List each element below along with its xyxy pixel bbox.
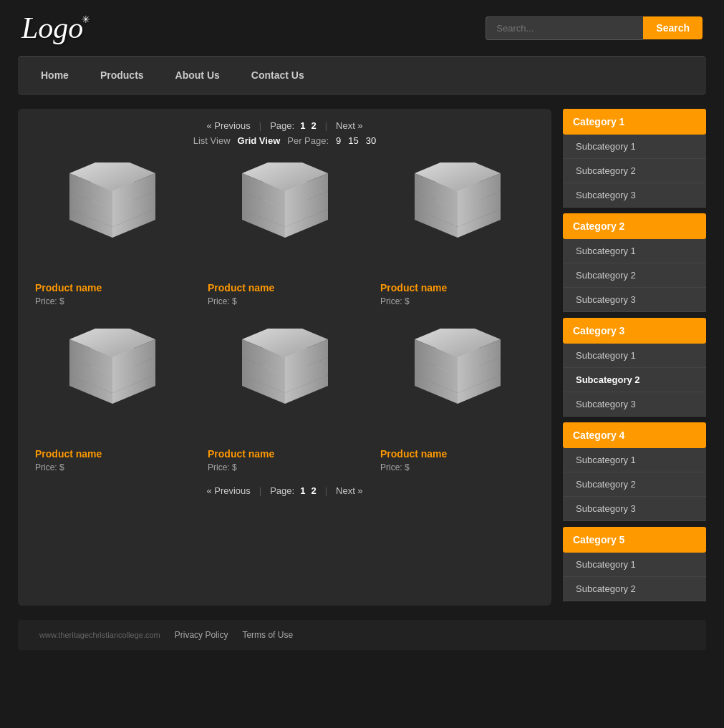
per-page-label: Per Page: (287, 135, 329, 146)
cat5-sub1[interactable]: Subcategory 1 (563, 553, 706, 577)
product-name-1: Product name (35, 282, 102, 293)
category-4-header[interactable]: Category 4 (563, 422, 706, 448)
footer: www.theritagechristiancollege.com Privac… (18, 620, 706, 650)
page-2-bottom[interactable]: 2 (311, 485, 316, 496)
search-input[interactable] (486, 16, 643, 40)
cat2-sub3[interactable]: Subcategory 3 (563, 288, 706, 312)
next-button-bottom[interactable]: Next » (336, 485, 363, 496)
product-card-1[interactable]: Product name Price: $ (29, 153, 195, 312)
prev-button-top[interactable]: « Previous (206, 120, 250, 131)
view-options: List View Grid View Per Page: 9 15 30 (193, 135, 377, 146)
cat1-sub1[interactable]: Subcategory 1 (563, 135, 706, 159)
category-1-header[interactable]: Category 1 (563, 109, 706, 135)
product-name-6: Product name (380, 448, 447, 460)
product-card-4[interactable]: Product name Price: $ (29, 319, 195, 478)
product-name-2: Product name (208, 282, 274, 293)
category-group-2: Category 2 Subcategory 1 Subcategory 2 S… (563, 213, 706, 312)
product-grid: Product name Price: $ (29, 153, 540, 478)
sidebar: Category 1 Subcategory 1 Subcategory 2 S… (563, 109, 706, 606)
list-view-button[interactable]: List View (193, 135, 231, 146)
logo-star: ✳ (82, 14, 90, 26)
category-5-header[interactable]: Category 5 (563, 527, 706, 553)
logo-text: Logo (21, 11, 83, 44)
search-button[interactable]: Search (643, 16, 703, 39)
nav-about[interactable]: About Us (160, 57, 236, 94)
product-price-3: Price: $ (380, 296, 410, 306)
footer-watermark: www.theritagechristiancollege.com (39, 631, 160, 639)
category-group-5: Category 5 Subcategory 1 Subcategory 2 (563, 527, 706, 601)
page-label-top: Page: (270, 120, 294, 131)
product-name-5: Product name (208, 448, 274, 460)
product-area: « Previous | Page: 1 2 | Next » List Vie… (18, 109, 551, 606)
product-price-1: Price: $ (35, 296, 64, 306)
logo: Logo✳ (21, 11, 83, 45)
main-wrapper: « Previous | Page: 1 2 | Next » List Vie… (18, 109, 706, 606)
cat4-sub3[interactable]: Subcategory 3 (563, 497, 706, 521)
product-name-4: Product name (35, 448, 102, 460)
cat2-sub2[interactable]: Subcategory 2 (563, 263, 706, 288)
cat3-sub1[interactable]: Subcategory 1 (563, 344, 706, 368)
product-price-5: Price: $ (208, 462, 237, 472)
cat4-sub1[interactable]: Subcategory 1 (563, 448, 706, 472)
product-card-6[interactable]: Product name Price: $ (375, 319, 540, 478)
cat3-sub3[interactable]: Subcategory 3 (563, 392, 706, 417)
cat4-sub2[interactable]: Subcategory 2 (563, 472, 706, 497)
per-page-30[interactable]: 30 (366, 135, 376, 146)
cat3-sub2[interactable]: Subcategory 2 (563, 368, 706, 392)
search-area: Search (486, 16, 703, 40)
main-nav: Home Products About Us Contact Us (18, 56, 706, 94)
per-page-9[interactable]: 9 (336, 135, 341, 146)
footer-privacy[interactable]: Privacy Policy (175, 630, 228, 640)
nav-home[interactable]: Home (25, 57, 85, 94)
cat2-sub1[interactable]: Subcategory 1 (563, 239, 706, 263)
cat1-sub2[interactable]: Subcategory 2 (563, 159, 706, 183)
cat5-sub2[interactable]: Subcategory 2 (563, 577, 706, 601)
pagination-top: « Previous | Page: 1 2 | Next » List Vie… (29, 120, 540, 146)
nav-contact[interactable]: Contact Us (236, 57, 320, 94)
product-image-4 (48, 325, 177, 440)
category-group-4: Category 4 Subcategory 1 Subcategory 2 S… (563, 422, 706, 521)
page-label-bottom: Page: (270, 485, 294, 496)
product-card-2[interactable]: Product name Price: $ (202, 153, 367, 312)
footer-terms[interactable]: Terms of Use (242, 630, 293, 640)
product-image-6 (393, 325, 522, 440)
grid-view-button[interactable]: Grid View (238, 135, 281, 146)
per-page-15[interactable]: 15 (348, 135, 358, 146)
page-1-bottom[interactable]: 1 (300, 485, 305, 496)
page-1-top[interactable]: 1 (300, 120, 305, 131)
product-price-6: Price: $ (380, 462, 410, 472)
cat1-sub3[interactable]: Subcategory 3 (563, 183, 706, 208)
prev-button-bottom[interactable]: « Previous (206, 485, 250, 496)
page-2-top[interactable]: 2 (311, 120, 316, 131)
category-2-header[interactable]: Category 2 (563, 213, 706, 239)
product-image-1 (48, 159, 177, 273)
category-3-header[interactable]: Category 3 (563, 318, 706, 344)
product-card-3[interactable]: Product name Price: $ (375, 153, 540, 312)
product-price-4: Price: $ (35, 462, 64, 472)
product-card-5[interactable]: Product name Price: $ (202, 319, 367, 478)
category-group-3: Category 3 Subcategory 1 Subcategory 2 S… (563, 318, 706, 417)
product-name-3: Product name (380, 282, 447, 293)
product-image-5 (221, 325, 349, 440)
nav-products[interactable]: Products (85, 57, 160, 94)
pagination-bottom: « Previous | Page: 1 2 | Next » (29, 485, 540, 496)
next-button-top[interactable]: Next » (336, 120, 363, 131)
product-image-3 (393, 159, 522, 273)
category-group-1: Category 1 Subcategory 1 Subcategory 2 S… (563, 109, 706, 208)
product-image-2 (221, 159, 349, 273)
product-price-2: Price: $ (208, 296, 237, 306)
header: Logo✳ Search (0, 0, 724, 56)
